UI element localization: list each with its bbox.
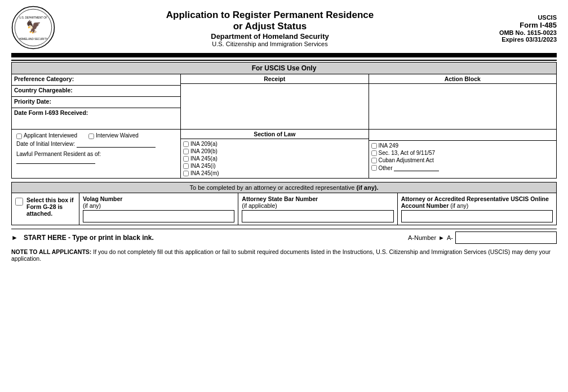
volag-input[interactable] xyxy=(83,210,234,222)
interview-waived-checkbox[interactable] xyxy=(88,133,94,139)
uscis-action-col: Action Block xyxy=(369,74,557,129)
interview-waived-item: Interview Waived xyxy=(88,132,139,139)
svg-text:🦅: 🦅 xyxy=(26,19,42,34)
thin-divider xyxy=(11,60,557,61)
ina-249-checkbox[interactable] xyxy=(371,143,377,149)
representative-input[interactable] xyxy=(401,210,553,222)
dhs-logo-svg: U.S. DEPARTMENT OF HOMELAND SECURITY 🦅 xyxy=(11,6,55,50)
uscis-use-only-header: For USCIS Use Only xyxy=(12,63,556,74)
form-agency: USCIS xyxy=(483,14,557,21)
ina-245m-checkbox[interactable] xyxy=(183,171,189,176)
attorney-header-text: To be completed by an attorney or accred… xyxy=(189,184,378,191)
sec13-checkbox[interactable] xyxy=(371,150,377,156)
interview-row: Applicant Interviewed Interview Waived xyxy=(14,131,178,140)
ina-249-label: INA 249 xyxy=(379,142,399,149)
ina-245a-checkbox[interactable] xyxy=(183,156,189,162)
lawful-permanent-label: Lawful Permanent Resident as of: xyxy=(16,151,101,157)
ina-209a-item: INA 209(a) xyxy=(183,140,366,148)
a-number-label: A-Number xyxy=(408,234,436,241)
lawful-permanent-value xyxy=(16,157,95,164)
note-bold: NOTE TO ALL APPLICANTS: xyxy=(11,248,91,255)
applicant-interviewed-checkbox[interactable] xyxy=(16,133,22,139)
attorney-section: To be completed by an attorney or accred… xyxy=(11,182,557,225)
date-initial-interview-value xyxy=(77,141,156,148)
section-law-checkboxes-right: INA 249 Sec. 13, Act of 9/11/57 Cuban Ad… xyxy=(369,130,557,178)
form-title-line1: Application to Register Permanent Reside… xyxy=(56,10,483,21)
a-number-prefix: A- xyxy=(447,234,453,241)
attorney-bar-col: Attorney State Bar Number (if applicable… xyxy=(238,193,397,225)
ina-245i-checkbox[interactable] xyxy=(183,163,189,169)
section-of-law-header: Section of Law xyxy=(181,130,369,139)
start-here-text: START HERE - Type or print in black ink. xyxy=(24,234,154,242)
ina-245m-label: INA 245(m) xyxy=(190,170,219,176)
attorney-columns: Select this box if Form G-28 is attached… xyxy=(12,193,556,225)
form-title-block: Application to Register Permanent Reside… xyxy=(56,10,483,47)
applicant-interviewed-item: Applicant Interviewed xyxy=(16,132,77,139)
a-number-input[interactable] xyxy=(455,231,557,244)
volag-number-col: Volag Number (if any) xyxy=(79,193,238,225)
lawful-permanent-line: Lawful Permanent Resident as of: xyxy=(14,150,178,164)
ina-245i-item: INA 245(i) xyxy=(183,162,366,170)
receipt-label: Receipt xyxy=(181,74,369,84)
priority-date-field: Priority Date: xyxy=(12,97,180,108)
ina-209a-checkbox[interactable] xyxy=(183,141,189,147)
form-info-block: USCIS Form I-485 OMB No. 1615-0023 Expir… xyxy=(483,14,557,43)
action-area xyxy=(369,84,557,129)
svg-text:U.S. DEPARTMENT OF: U.S. DEPARTMENT OF xyxy=(19,16,47,19)
note-section: NOTE TO ALL APPLICANTS: If you do not co… xyxy=(11,246,557,262)
date-initial-interview-line: Date of Initial Interview: xyxy=(14,140,178,148)
form-number: Form I-485 xyxy=(483,21,557,29)
form-subtitle1: Department of Homeland Security xyxy=(56,32,483,41)
form-title-line2: or Adjust Status xyxy=(56,21,483,32)
attorney-header: To be completed by an attorney or accred… xyxy=(12,182,556,193)
start-here-arrow: ► xyxy=(11,234,18,242)
svg-text:HOMELAND SECURITY: HOMELAND SECURITY xyxy=(19,38,47,41)
ina-209b-item: INA 209(b) xyxy=(183,148,366,155)
page-header: U.S. DEPARTMENT OF HOMELAND SECURITY 🦅 A… xyxy=(11,6,557,51)
form-g28-checkbox[interactable] xyxy=(15,198,23,206)
start-here-row: ► START HERE - Type or print in black in… xyxy=(11,229,557,246)
note-text: If you do not completely fill out this a… xyxy=(11,248,551,262)
other-item: Other xyxy=(371,164,554,172)
representative-sublabel: (if any) xyxy=(450,202,468,209)
action-label: Action Block xyxy=(369,74,557,84)
ina-209b-checkbox[interactable] xyxy=(183,149,189,154)
a-number-arrow: ► xyxy=(438,234,445,241)
interview-area: Applicant Interviewed Interview Waived D… xyxy=(12,130,181,178)
volag-label: Volag Number (if any) xyxy=(83,195,234,209)
ina-209a-label: INA 209(a) xyxy=(190,141,218,147)
form-subtitle2: U.S. Citizenship and Immigration Service… xyxy=(56,41,483,47)
volag-sublabel: (if any) xyxy=(83,202,101,209)
ina-245a-item: INA 245(a) xyxy=(183,155,366,162)
other-label: Other xyxy=(379,165,393,171)
ina-245i-label: INA 245(i) xyxy=(190,163,215,169)
ina-245a-label: INA 245(a) xyxy=(190,155,218,162)
receipt-area xyxy=(181,84,369,129)
attorney-bar-label: Attorney State Bar Number (if applicable… xyxy=(242,195,393,209)
uscis-use-only-section: For USCIS Use Only Preference Category: … xyxy=(11,62,557,179)
ina-249-item: INA 249 xyxy=(371,142,554,149)
representative-col: Attorney or Accredited Representative US… xyxy=(398,193,556,225)
uscis-columns: Preference Category: Country Chargeable:… xyxy=(12,74,556,129)
interview-waived-label: Interview Waived xyxy=(96,132,139,139)
dhs-logo: U.S. DEPARTMENT OF HOMELAND SECURITY 🦅 xyxy=(11,6,56,51)
uscis-left-col: Preference Category: Country Chargeable:… xyxy=(12,74,181,129)
cuban-adjustment-item: Cuban Adjustment Act xyxy=(371,157,554,164)
representative-label-text: Attorney or Accredited Representative US… xyxy=(401,195,549,209)
sec13-item: Sec. 13, Act of 9/11/57 xyxy=(371,149,554,157)
sec13-label: Sec. 13, Act of 9/11/57 xyxy=(379,150,436,156)
other-value-line xyxy=(394,164,439,171)
attorney-bar-label-text: Attorney State Bar Number xyxy=(242,195,318,202)
date-form-field: Date Form I-693 Received: xyxy=(12,108,180,119)
cuban-adjustment-checkbox[interactable] xyxy=(371,158,377,163)
attorney-checkbox-col: Select this box if Form G-28 is attached… xyxy=(12,193,79,225)
preference-category-field: Preference Category: xyxy=(12,74,180,86)
other-checkbox[interactable] xyxy=(371,165,377,171)
attorney-bar-input[interactable] xyxy=(242,210,393,222)
attorney-bar-sublabel: (if applicable) xyxy=(242,202,277,209)
representative-label: Attorney or Accredited Representative US… xyxy=(401,195,553,209)
expiry-date: Expires 03/31/2023 xyxy=(483,36,557,43)
section-law-right-spacer xyxy=(369,130,557,141)
cuban-adjustment-label: Cuban Adjustment Act xyxy=(379,157,434,163)
start-here-left: ► START HERE - Type or print in black in… xyxy=(11,234,154,242)
